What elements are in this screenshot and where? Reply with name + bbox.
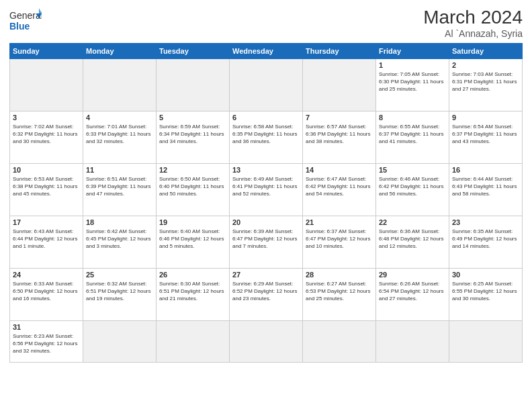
cell-1-3: 6Sunrise: 6:58 AM Sunset: 6:35 PM Daylig… xyxy=(230,111,303,164)
day-number: 14 xyxy=(306,166,373,174)
weekday-tuesday: Tuesday xyxy=(157,44,230,59)
cell-1-4: 7Sunrise: 6:57 AM Sunset: 6:36 PM Daylig… xyxy=(303,111,376,164)
cell-3-4: 21Sunrise: 6:37 AM Sunset: 6:47 PM Dayli… xyxy=(303,216,376,269)
day-number: 29 xyxy=(379,271,446,279)
day-number: 3 xyxy=(13,113,80,122)
day-number: 9 xyxy=(452,113,519,122)
cell-2-0: 10Sunrise: 6:53 AM Sunset: 6:38 PM Dayli… xyxy=(10,164,83,216)
day-number: 19 xyxy=(159,218,226,226)
header: General Blue March 2024 Al `Annazah, Syr… xyxy=(9,7,523,39)
day-number: 11 xyxy=(86,166,153,174)
day-info: Sunrise: 6:43 AM Sunset: 6:44 PM Dayligh… xyxy=(13,228,80,250)
day-info: Sunrise: 6:54 AM Sunset: 6:37 PM Dayligh… xyxy=(452,123,519,146)
day-info: Sunrise: 6:37 AM Sunset: 6:47 PM Dayligh… xyxy=(306,228,373,250)
day-number: 17 xyxy=(13,218,80,226)
day-number: 4 xyxy=(86,113,153,122)
week-row-5: 31Sunrise: 6:23 AM Sunset: 6:56 PM Dayli… xyxy=(10,321,523,363)
day-number: 20 xyxy=(232,218,300,226)
cell-3-3: 20Sunrise: 6:39 AM Sunset: 6:47 PM Dayli… xyxy=(230,216,303,269)
day-info: Sunrise: 6:59 AM Sunset: 6:34 PM Dayligh… xyxy=(159,123,226,146)
day-info: Sunrise: 6:27 AM Sunset: 6:53 PM Dayligh… xyxy=(306,280,373,303)
logo: General Blue xyxy=(9,7,42,36)
weekday-thursday: Thursday xyxy=(303,44,376,59)
weekday-monday: Monday xyxy=(83,44,157,59)
calendar-header: Sunday Monday Tuesday Wednesday Thursday… xyxy=(10,44,523,59)
cell-1-5: 8Sunrise: 6:55 AM Sunset: 6:37 PM Daylig… xyxy=(376,111,449,164)
day-info: Sunrise: 6:29 AM Sunset: 6:52 PM Dayligh… xyxy=(232,280,300,303)
day-number: 12 xyxy=(159,166,226,174)
day-number: 28 xyxy=(306,271,373,279)
cell-0-5: 1Sunrise: 7:05 AM Sunset: 6:30 PM Daylig… xyxy=(376,59,449,111)
day-number: 18 xyxy=(86,218,153,226)
week-row-1: 3Sunrise: 7:02 AM Sunset: 6:32 PM Daylig… xyxy=(10,111,523,164)
cell-2-1: 11Sunrise: 6:51 AM Sunset: 6:39 PM Dayli… xyxy=(83,164,157,216)
cell-0-6: 2Sunrise: 7:03 AM Sunset: 6:31 PM Daylig… xyxy=(449,59,523,111)
day-number: 2 xyxy=(452,61,519,69)
day-number: 16 xyxy=(452,166,519,174)
day-info: Sunrise: 6:36 AM Sunset: 6:48 PM Dayligh… xyxy=(379,228,446,250)
day-info: Sunrise: 6:44 AM Sunset: 6:43 PM Dayligh… xyxy=(452,175,519,198)
cell-3-0: 17Sunrise: 6:43 AM Sunset: 6:44 PM Dayli… xyxy=(10,216,83,269)
cell-2-6: 16Sunrise: 6:44 AM Sunset: 6:43 PM Dayli… xyxy=(449,164,523,216)
cell-4-5: 29Sunrise: 6:26 AM Sunset: 6:54 PM Dayli… xyxy=(376,269,449,321)
cell-3-2: 19Sunrise: 6:40 AM Sunset: 6:46 PM Dayli… xyxy=(157,216,230,269)
cell-2-3: 13Sunrise: 6:49 AM Sunset: 6:41 PM Dayli… xyxy=(230,164,303,216)
cell-1-1: 4Sunrise: 7:01 AM Sunset: 6:33 PM Daylig… xyxy=(83,111,157,164)
day-info: Sunrise: 6:47 AM Sunset: 6:42 PM Dayligh… xyxy=(306,175,373,198)
cell-2-5: 15Sunrise: 6:46 AM Sunset: 6:42 PM Dayli… xyxy=(376,164,449,216)
day-info: Sunrise: 6:53 AM Sunset: 6:38 PM Dayligh… xyxy=(13,175,80,198)
cell-5-2 xyxy=(157,321,230,363)
day-number: 26 xyxy=(159,271,226,279)
weekday-row: Sunday Monday Tuesday Wednesday Thursday… xyxy=(10,44,523,59)
day-number: 8 xyxy=(379,113,446,122)
day-info: Sunrise: 6:58 AM Sunset: 6:35 PM Dayligh… xyxy=(232,123,300,146)
day-number: 10 xyxy=(13,166,80,174)
cell-1-0: 3Sunrise: 7:02 AM Sunset: 6:32 PM Daylig… xyxy=(10,111,83,164)
svg-text:General: General xyxy=(9,10,42,21)
day-info: Sunrise: 6:49 AM Sunset: 6:41 PM Dayligh… xyxy=(232,175,300,198)
cell-5-3 xyxy=(230,321,303,363)
cell-4-0: 24Sunrise: 6:33 AM Sunset: 6:50 PM Dayli… xyxy=(10,269,83,321)
day-number: 21 xyxy=(306,218,373,226)
day-info: Sunrise: 7:01 AM Sunset: 6:33 PM Dayligh… xyxy=(86,123,153,146)
cell-0-0 xyxy=(10,59,83,111)
cell-5-5 xyxy=(376,321,449,363)
cell-0-2 xyxy=(157,59,230,111)
day-info: Sunrise: 6:32 AM Sunset: 6:51 PM Dayligh… xyxy=(86,280,153,303)
svg-text:Blue: Blue xyxy=(9,21,30,32)
day-number: 13 xyxy=(232,166,300,174)
day-info: Sunrise: 6:42 AM Sunset: 6:45 PM Dayligh… xyxy=(86,228,153,250)
subtitle: Al `Annazah, Syria xyxy=(423,28,523,39)
week-row-4: 24Sunrise: 6:33 AM Sunset: 6:50 PM Dayli… xyxy=(10,269,523,321)
title-block: March 2024 Al `Annazah, Syria xyxy=(423,7,523,39)
calendar-body: 1Sunrise: 7:05 AM Sunset: 6:30 PM Daylig… xyxy=(10,59,523,363)
cell-2-4: 14Sunrise: 6:47 AM Sunset: 6:42 PM Dayli… xyxy=(303,164,376,216)
cell-5-4 xyxy=(303,321,376,363)
day-number: 6 xyxy=(232,113,300,122)
calendar: Sunday Monday Tuesday Wednesday Thursday… xyxy=(9,43,523,363)
cell-4-1: 25Sunrise: 6:32 AM Sunset: 6:51 PM Dayli… xyxy=(83,269,157,321)
day-info: Sunrise: 6:51 AM Sunset: 6:39 PM Dayligh… xyxy=(86,175,153,198)
day-info: Sunrise: 6:55 AM Sunset: 6:37 PM Dayligh… xyxy=(379,123,446,146)
day-number: 27 xyxy=(232,271,300,279)
weekday-wednesday: Wednesday xyxy=(230,44,303,59)
day-info: Sunrise: 6:50 AM Sunset: 6:40 PM Dayligh… xyxy=(159,175,226,198)
week-row-0: 1Sunrise: 7:05 AM Sunset: 6:30 PM Daylig… xyxy=(10,59,523,111)
cell-4-3: 27Sunrise: 6:29 AM Sunset: 6:52 PM Dayli… xyxy=(230,269,303,321)
cell-4-6: 30Sunrise: 6:25 AM Sunset: 6:55 PM Dayli… xyxy=(449,269,523,321)
day-number: 22 xyxy=(379,218,446,226)
day-number: 23 xyxy=(452,218,519,226)
day-info: Sunrise: 7:03 AM Sunset: 6:31 PM Dayligh… xyxy=(452,71,519,93)
day-info: Sunrise: 6:26 AM Sunset: 6:54 PM Dayligh… xyxy=(379,280,446,303)
day-info: Sunrise: 6:46 AM Sunset: 6:42 PM Dayligh… xyxy=(379,175,446,198)
cell-3-6: 23Sunrise: 6:35 AM Sunset: 6:49 PM Dayli… xyxy=(449,216,523,269)
cell-3-5: 22Sunrise: 6:36 AM Sunset: 6:48 PM Dayli… xyxy=(376,216,449,269)
cell-3-1: 18Sunrise: 6:42 AM Sunset: 6:45 PM Dayli… xyxy=(83,216,157,269)
day-info: Sunrise: 6:39 AM Sunset: 6:47 PM Dayligh… xyxy=(232,228,300,250)
day-number: 24 xyxy=(13,271,80,279)
day-info: Sunrise: 6:33 AM Sunset: 6:50 PM Dayligh… xyxy=(13,280,80,303)
weekday-sunday: Sunday xyxy=(10,44,83,59)
day-number: 1 xyxy=(379,61,446,69)
cell-0-3 xyxy=(230,59,303,111)
day-number: 15 xyxy=(379,166,446,174)
